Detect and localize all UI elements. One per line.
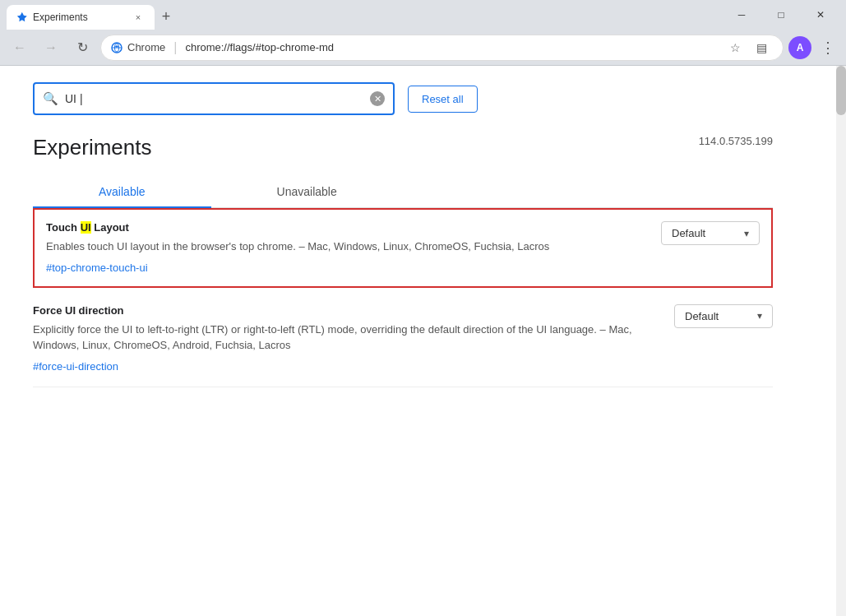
flag-link-touch-ui-layout[interactable]: #top-chrome-touch-ui	[46, 262, 148, 274]
new-tab-button[interactable]: +	[155, 5, 178, 28]
dropdown-value-touch-ui: Default	[672, 227, 705, 239]
flag-link-force-ui-direction[interactable]: #force-ui-direction	[33, 360, 118, 373]
chevron-down-icon: ▾	[744, 228, 749, 239]
tab-title: Experiments	[33, 12, 127, 23]
close-button[interactable]: ✕	[802, 2, 839, 27]
url-text: chrome://flags/#top-chrome-md	[185, 41, 719, 53]
flag-name-force-text: Force UI direction	[33, 304, 124, 317]
reload-icon: ↻	[77, 39, 88, 55]
scrollbar-thumb[interactable]	[836, 66, 846, 115]
profile-button[interactable]: A	[788, 36, 811, 59]
forward-button[interactable]: →	[38, 35, 64, 61]
tab-close-button[interactable]: ×	[132, 11, 145, 24]
flags-list: Touch UI Layout Enables touch UI layout …	[33, 208, 773, 387]
page-inner: 🔍 ✕ Reset all Experiments 114.0.5735.199…	[0, 66, 806, 420]
search-icon: 🔍	[43, 91, 58, 106]
tab-available[interactable]: Available	[33, 177, 211, 208]
bookmark-button[interactable]: ☆	[723, 36, 747, 59]
flag-name-highlight: UI	[81, 221, 91, 234]
forward-icon: →	[44, 40, 58, 55]
tab-unavailable[interactable]: Unavailable	[211, 177, 403, 208]
flag-desc-force-ui-direction: Explicitly force the UI to left-to-right…	[33, 322, 633, 354]
tab-area: Experiments × +	[7, 0, 716, 30]
minimize-button[interactable]: ─	[723, 2, 760, 27]
site-info-icon	[111, 42, 123, 53]
search-input[interactable]	[65, 92, 363, 105]
flag-dropdown-touch-ui-layout[interactable]: Default ▾	[661, 221, 760, 245]
flag-name-before: Touch	[46, 221, 81, 234]
bookmark-icon: ☆	[730, 41, 741, 54]
reload-button[interactable]: ↻	[69, 35, 95, 61]
flag-control-touch-ui-layout: Default ▾	[636, 221, 760, 245]
search-container: 🔍 ✕ Reset all	[33, 82, 773, 115]
title-bar: Experiments × + ─ □ ✕	[0, 0, 846, 30]
back-icon: ←	[13, 40, 26, 55]
flag-item-touch-ui-layout: Touch UI Layout Enables touch UI layout …	[33, 208, 773, 288]
url-protocol: Chrome	[127, 41, 165, 53]
tabs-row: Available Unavailable	[33, 177, 773, 208]
reset-all-button[interactable]: Reset all	[408, 86, 478, 113]
flag-desc-highlight: UI	[536, 323, 547, 336]
sidebar-icon: ▤	[756, 41, 767, 54]
url-action-buttons: ☆ ▤	[723, 36, 773, 59]
active-tab[interactable]: Experiments ×	[7, 5, 155, 30]
tab-favicon-icon	[16, 12, 28, 23]
flag-name-force-ui-direction: Force UI direction	[33, 304, 633, 317]
chrome-menu-button[interactable]: ⋮	[816, 36, 839, 59]
flag-desc-touch-ui-layout: Enables touch UI layout in the browser's…	[46, 239, 620, 255]
svg-marker-0	[17, 12, 27, 21]
page-content: 🔍 ✕ Reset all Experiments 114.0.5735.199…	[0, 66, 846, 616]
scrollbar[interactable]	[836, 66, 846, 616]
flag-name-after: Layout	[91, 221, 129, 234]
url-separator: |	[173, 40, 177, 55]
url-bar[interactable]: Chrome | chrome://flags/#top-chrome-md ☆…	[100, 35, 784, 61]
flag-name-touch-ui-layout: Touch UI Layout	[46, 221, 620, 234]
flag-info-touch-ui-layout: Touch UI Layout Enables touch UI layout …	[46, 221, 636, 275]
dropdown-value-force-ui: Default	[685, 310, 719, 322]
page-title: Experiments	[33, 135, 152, 160]
flag-dropdown-force-ui-direction[interactable]: Default ▾	[674, 304, 773, 328]
search-box: 🔍 ✕	[33, 82, 395, 115]
search-clear-button[interactable]: ✕	[370, 91, 385, 106]
address-bar: ← → ↻ Chrome | chrome://flags/#top-chrom…	[0, 30, 846, 66]
sidebar-button[interactable]: ▤	[750, 36, 773, 59]
maximize-button[interactable]: □	[762, 2, 800, 27]
chevron-down-icon-2: ▾	[757, 310, 762, 322]
back-button[interactable]: ←	[7, 35, 33, 61]
flag-desc-before: Explicitly force the UI to left-to-right…	[33, 323, 536, 336]
experiments-header: Experiments 114.0.5735.199	[33, 135, 773, 160]
flag-info-force-ui-direction: Force UI direction Explicitly force the …	[33, 304, 650, 373]
version-badge: 114.0.5735.199	[699, 135, 773, 147]
flag-control-force-ui-direction: Default ▾	[650, 304, 773, 328]
flag-item-force-ui-direction: Force UI direction Explicitly force the …	[33, 291, 773, 387]
window-controls: ─ □ ✕	[723, 2, 839, 27]
